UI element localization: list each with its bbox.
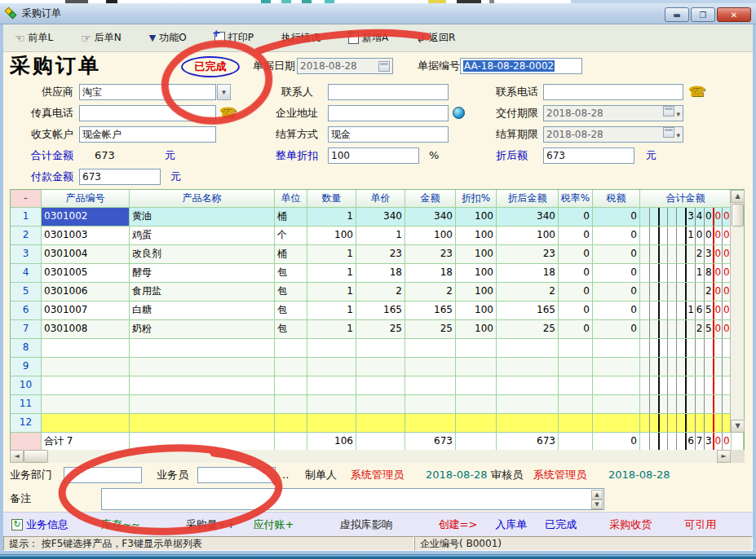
table-cell[interactable]: 100 [456,320,497,339]
table-cell[interactable] [307,339,356,358]
scroll-up-icon[interactable]: ▲ [731,190,745,203]
toolbar-button-4[interactable]: 打印P [214,31,254,45]
column-header[interactable]: 折后金额 [497,190,559,208]
table-cell[interactable]: 2 [405,283,456,302]
toolbar-button-6[interactable]: 新增A [348,31,388,45]
table-cell[interactable]: 165 [405,302,456,320]
table-row-3[interactable]: 30301004改良剂桶1232310023002300 [11,245,744,264]
table-cell[interactable]: 0 [559,283,593,302]
table-cell[interactable] [307,358,356,376]
table-cell[interactable]: 25 [497,320,559,339]
discounted-amount-input[interactable] [543,147,634,164]
payment-amount-input[interactable] [79,169,161,185]
column-header[interactable]: 数量 [307,190,356,208]
table-cell[interactable]: 0301005 [42,264,130,283]
table-cell[interactable]: 18 [356,264,405,283]
table-cell[interactable]: 食用盐 [130,283,275,302]
table-cell[interactable]: 0301008 [42,320,130,339]
table-cell[interactable]: 4 [11,264,42,283]
table-cell[interactable] [130,395,275,414]
table-cell[interactable] [307,414,356,433]
spin-down-icon[interactable]: ▼ [591,500,603,509]
account-input[interactable] [79,126,216,143]
action-item-9[interactable]: 采购收货 [609,517,652,532]
column-header[interactable]: 产品编号 [42,190,130,208]
table-cell[interactable]: 23 [356,245,405,264]
table-cell[interactable] [405,339,456,358]
supplier-input[interactable] [79,84,216,100]
table-row-9[interactable]: 9 [11,358,744,376]
table-cell[interactable]: 包 [275,302,307,320]
table-cell[interactable]: 1 [307,245,356,264]
table-cell[interactable]: 0 [593,302,640,320]
toolbar-button-3[interactable]: ▼功能O [149,31,187,45]
table-cell[interactable]: 0 [593,245,640,264]
column-header[interactable]: 单价 [356,190,405,208]
column-header[interactable]: 税率% [559,190,593,208]
table-cell[interactable]: 2 [356,283,405,302]
table-cell[interactable]: 1 [356,227,405,245]
spin-up-icon[interactable]: ▲ [591,490,603,500]
table-row-7[interactable]: 70301008奶粉包1252510025002500 [11,320,744,339]
table-cell[interactable] [42,395,130,414]
close-button[interactable]: ✕ [717,7,751,22]
column-header[interactable]: 单位 [275,190,307,208]
browse-dots[interactable]: .. [282,467,289,483]
table-cell[interactable]: 奶粉 [130,320,275,339]
table-cell[interactable] [497,395,559,414]
table-cell[interactable]: 包 [275,264,307,283]
table-cell[interactable] [559,376,593,395]
fax-input[interactable] [79,105,216,121]
table-cell[interactable]: 2 [497,283,559,302]
table-cell[interactable]: 包 [275,320,307,339]
table-cell[interactable] [356,358,405,376]
table-cell[interactable] [130,358,275,376]
table-cell[interactable] [456,358,497,376]
table-cell[interactable]: 100 [456,283,497,302]
table-cell[interactable] [593,414,640,433]
table-cell[interactable]: 0301007 [42,302,130,320]
table-cell[interactable]: 100 [456,302,497,320]
table-cell[interactable]: 0 [593,320,640,339]
table-cell[interactable]: 0301002 [42,208,130,227]
table-cell[interactable]: 165 [497,302,559,320]
table-cell[interactable] [497,376,559,395]
table-cell[interactable] [559,358,593,376]
table-cell[interactable]: 1 [11,208,42,227]
table-cell[interactable] [456,414,497,433]
column-header[interactable]: - [11,190,42,208]
table-cell[interactable]: 0 [559,302,593,320]
table-cell[interactable]: 7 [11,320,42,339]
table-cell[interactable] [593,376,640,395]
table-cell[interactable]: 100 [497,227,559,245]
table-cell[interactable]: 0 [593,208,640,227]
table-cell[interactable] [130,414,275,433]
table-cell[interactable] [405,414,456,433]
toolbar-button-7[interactable]: ↲返回R [416,31,455,45]
table-cell[interactable] [42,414,130,433]
table-row-10[interactable]: 10 [11,376,744,395]
calendar-icon[interactable] [663,106,674,117]
table-cell[interactable]: 340 [497,208,559,227]
action-item-3[interactable]: 采购量++ [186,517,236,532]
table-row-5[interactable]: 50301006食用盐包122100200200 [11,283,744,302]
table-row-8[interactable]: 8 [11,339,744,358]
table-cell[interactable]: 100 [307,227,356,245]
table-cell[interactable] [42,339,130,358]
table-cell[interactable]: 5 [11,283,42,302]
table-cell[interactable]: 100 [405,227,456,245]
table-cell[interactable]: 100 [456,208,497,227]
table-cell[interactable] [275,376,307,395]
table-cell[interactable]: 0 [559,208,593,227]
doc-no-input[interactable]: AA-18-08-28-0002 [460,58,582,74]
column-header[interactable]: 折扣% [456,190,497,208]
table-cell[interactable]: 25 [356,320,405,339]
table-cell[interactable]: 1 [307,283,356,302]
table-cell[interactable] [275,339,307,358]
toolbar-button-2[interactable]: ☞后单N [81,31,122,45]
table-cell[interactable] [275,358,307,376]
column-header[interactable]: 金额 [405,190,456,208]
table-row-6[interactable]: 60301007白糖包11651651001650016500 [11,302,744,320]
table-cell[interactable]: 鸡蛋 [130,227,275,245]
table-row-4[interactable]: 40301005酵母包1181810018001800 [11,264,744,283]
